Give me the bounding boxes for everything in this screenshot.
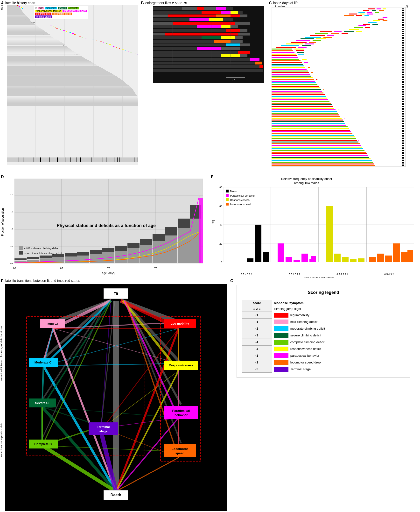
- svg-rect-442: [402, 121, 404, 122]
- svg-rect-369: [402, 65, 404, 66]
- svg-rect-385: [402, 77, 404, 78]
- svg-rect-276: [379, 10, 384, 11]
- svg-rect-145: [125, 50, 126, 51]
- color-swatch-9: [274, 360, 288, 365]
- svg-rect-541: [153, 241, 165, 263]
- svg-rect-375: [271, 70, 308, 71]
- svg-rect-103: [7, 92, 135, 93]
- score-value-4: -2: [242, 325, 272, 332]
- svg-rect-428: [271, 111, 337, 112]
- scoring-row-6: -4 complete climbing deficit: [242, 339, 405, 346]
- svg-text:speed: speed: [175, 451, 184, 455]
- svg-rect-94: [7, 83, 126, 84]
- svg-rect-135: [92, 40, 94, 40]
- svg-rect-101: [7, 90, 134, 91]
- svg-rect-528: [65, 253, 77, 256]
- svg-text:Terminal: Terminal: [97, 425, 110, 429]
- panel-a-legend: fit mild moderate severe complete respon…: [34, 6, 88, 19]
- svg-rect-318: [310, 35, 325, 36]
- svg-text:behavior: behavior: [174, 413, 188, 417]
- svg-rect-84: [7, 73, 112, 74]
- svg-rect-381: [402, 74, 404, 75]
- svg-rect-452: [271, 130, 350, 131]
- svg-rect-286: [344, 15, 354, 16]
- svg-rect-429: [402, 111, 404, 112]
- svg-rect-423: [271, 108, 334, 109]
- svg-rect-450: [271, 128, 349, 129]
- svg-rect-440: [402, 120, 404, 121]
- svg-rect-104: [7, 93, 135, 94]
- svg-text:mild/moderate climbing defect: mild/moderate climbing defect: [24, 247, 59, 250]
- svg-rect-493: [271, 162, 373, 163]
- svg-rect-279: [367, 12, 372, 13]
- svg-rect-495: [271, 163, 374, 164]
- svg-text:among 104 males: among 104 males: [294, 181, 319, 185]
- score-value-9: -1: [242, 359, 272, 366]
- svg-rect-383: [402, 76, 404, 76]
- svg-rect-302: [402, 19, 404, 20]
- svg-rect-448: [349, 126, 349, 127]
- svg-rect-249: [238, 51, 250, 53]
- svg-rect-141: [113, 46, 114, 47]
- svg-rect-61: [7, 50, 72, 51]
- svg-rect-43: [7, 31, 45, 32]
- svg-text:Physical status and deficits a: Physical status and deficits as a functi…: [57, 223, 156, 228]
- svg-rect-227: [231, 25, 238, 28]
- svg-rect-481: [271, 152, 366, 153]
- scoring-row-4: -2 moderate climbing deficit: [242, 325, 405, 332]
- score-desc-row-8: paradoxical behavior: [272, 352, 405, 359]
- svg-rect-35: [7, 23, 34, 24]
- svg-rect-578: [301, 254, 308, 262]
- svg-rect-309: [372, 24, 378, 25]
- svg-rect-424: [402, 108, 404, 109]
- svg-rect-127: [66, 31, 67, 32]
- svg-rect-301: [378, 19, 384, 20]
- svg-rect-206: [153, 11, 202, 14]
- svg-rect-489: [271, 158, 370, 159]
- svg-rect-341: [402, 47, 404, 48]
- svg-rect-82: [7, 71, 108, 72]
- svg-rect-599: [226, 194, 229, 197]
- svg-rect-243: [226, 44, 240, 46]
- svg-text:Locomotor: Locomotor: [172, 447, 188, 451]
- svg-rect-39: [7, 28, 39, 28]
- svg-text:Motor: Motor: [230, 190, 237, 193]
- svg-rect-520: [15, 258, 27, 260]
- svg-rect-545: [178, 228, 190, 263]
- svg-rect-147: [130, 52, 132, 52]
- svg-text:Moderate CI: Moderate CI: [35, 360, 52, 364]
- svg-rect-116: [7, 105, 138, 106]
- svg-rect-551: [19, 246, 23, 250]
- svg-rect-485: [271, 155, 368, 156]
- score-desc-4: moderate climbing deficit: [290, 327, 325, 330]
- svg-rect-483: [271, 153, 367, 154]
- svg-rect-26: [7, 14, 25, 15]
- score-desc-9: locomotor speed drop: [290, 360, 321, 364]
- svg-text:6  5  4  3  2  1: 6 5 4 3 2 1: [384, 273, 396, 276]
- svg-rect-384: [271, 77, 313, 78]
- svg-rect-136: [96, 41, 97, 41]
- svg-rect-208: [221, 11, 231, 14]
- svg-rect-278: [359, 12, 365, 13]
- svg-rect-601: [226, 198, 229, 201]
- svg-rect-98: [7, 87, 131, 88]
- svg-rect-591: [407, 250, 413, 262]
- svg-rect-337: [302, 45, 311, 46]
- svg-rect-311: [359, 25, 366, 26]
- score-desc-2: leg immobility: [290, 313, 309, 317]
- panel-b-chart: 70: [153, 6, 264, 83]
- svg-rect-447: [271, 126, 348, 127]
- svg-text:6  5  4  3  2  1: 6 5 4 3 2 1: [289, 273, 300, 276]
- svg-rect-118: [19, 6, 20, 7]
- scoring-row-1: 1-2-3 climbing-jump-flight: [242, 306, 405, 312]
- svg-rect-25: [7, 13, 24, 14]
- panel-b-title: enlargement flies # 58 to 75: [145, 1, 187, 5]
- svg-rect-44: [7, 32, 47, 33]
- svg-rect-106: [7, 95, 137, 96]
- svg-rect-260: [153, 69, 263, 72]
- svg-rect-468: [271, 142, 359, 143]
- svg-rect-482: [402, 152, 404, 153]
- svg-rect-542: [153, 234, 165, 241]
- svg-rect-403: [402, 91, 404, 92]
- panel-c-title: last 5 days of life: [273, 1, 298, 5]
